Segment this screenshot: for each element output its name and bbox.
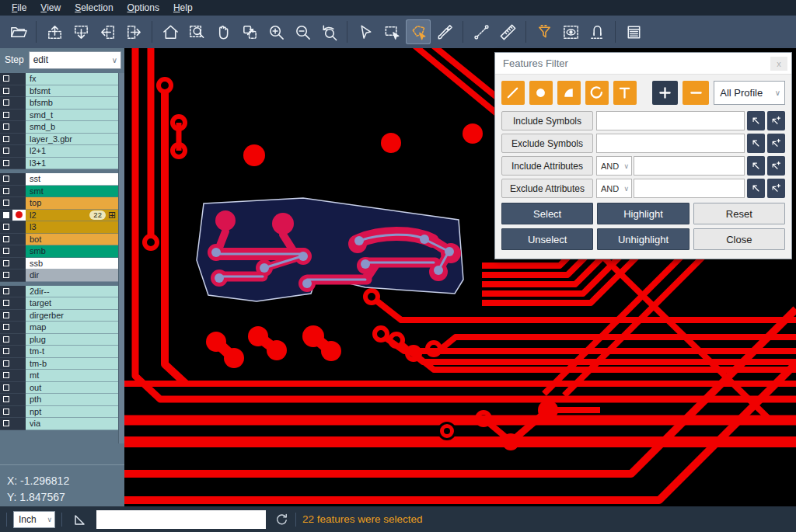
layer-active-cell[interactable] (12, 322, 26, 334)
measure-ruler-button[interactable] (495, 19, 520, 44)
layer-visibility-cell[interactable] (0, 406, 12, 419)
layer-checkbox[interactable] (3, 348, 9, 354)
layer-name-chip[interactable]: l3+1 (26, 158, 118, 170)
layer-active-cell[interactable] (12, 286, 26, 298)
layer-active-cell[interactable] (12, 346, 26, 358)
layer-name-chip[interactable]: dir (26, 269, 118, 282)
layer-checkbox[interactable] (3, 384, 9, 391)
layer-visibility-cell[interactable] (0, 258, 12, 270)
layer-visibility-cell[interactable] (0, 382, 12, 395)
pick-add-from-canvas-button[interactable] (767, 156, 785, 176)
layer-visibility-cell[interactable] (0, 346, 12, 358)
layer-active-cell[interactable] (12, 158, 26, 170)
layer-name-chip[interactable]: bfsmb (26, 97, 118, 110)
layer-checkbox[interactable] (3, 272, 9, 278)
layer-name-chip[interactable]: sst (26, 173, 118, 186)
layer-name-chip[interactable]: top (26, 197, 118, 210)
layer-checkbox[interactable] (3, 312, 9, 318)
highlight-button[interactable]: Highlight (597, 203, 689, 224)
layer-name-chip[interactable]: via (26, 418, 118, 430)
layer-checkbox[interactable] (3, 188, 9, 194)
layer-checkbox[interactable] (3, 160, 9, 166)
exclude-attributes-button[interactable]: Exclude Attributes (501, 179, 593, 198)
layer-visibility-cell[interactable] (0, 85, 12, 98)
layer-active-cell[interactable] (12, 210, 26, 222)
layer-name-chip[interactable]: tm-b (26, 358, 118, 370)
layer-active-cell[interactable] (12, 406, 26, 419)
layer-active-cell[interactable] (12, 382, 26, 395)
layer-visibility-cell[interactable] (0, 394, 12, 406)
layer-name-chip[interactable]: smd_t (26, 110, 118, 122)
layer-checkbox[interactable] (3, 409, 9, 415)
layer-checkbox[interactable] (3, 136, 9, 142)
menu-file[interactable]: File (5, 1, 33, 15)
layer-active-cell[interactable] (12, 334, 26, 346)
layer-visibility-cell[interactable] (0, 334, 12, 346)
pick-from-canvas-button[interactable] (747, 179, 765, 198)
select-polygon-button[interactable] (406, 19, 431, 44)
layer-name-chip[interactable]: plug (26, 334, 118, 346)
exclude-symbols-button[interactable]: Exclude Symbols (501, 134, 593, 153)
layer-visibility-cell[interactable] (0, 286, 12, 298)
layer-checkbox[interactable] (3, 324, 9, 330)
zoom-selection-button[interactable] (237, 19, 262, 44)
select-pointer-button[interactable] (353, 19, 378, 44)
layer-active-cell[interactable] (12, 358, 26, 370)
layer-visibility-cell[interactable] (0, 73, 12, 85)
layer-visibility-cell[interactable] (0, 134, 12, 146)
pick-add-from-canvas-button[interactable] (767, 111, 785, 130)
layer-active-cell[interactable] (12, 73, 26, 85)
layer-active-cell[interactable] (12, 394, 26, 406)
layer-visibility-cell[interactable] (0, 210, 12, 222)
layer-checkbox[interactable] (3, 99, 9, 106)
pick-add-from-canvas-button[interactable] (767, 179, 785, 198)
pick-from-canvas-button[interactable] (747, 111, 765, 130)
layer-checkbox[interactable] (3, 396, 9, 402)
layer-checkbox[interactable] (3, 288, 9, 294)
layer-name-chip[interactable]: tm-t (26, 346, 118, 358)
menu-selection[interactable]: Selection (68, 1, 120, 15)
layer-visibility-cell[interactable] (0, 121, 12, 134)
filter-value-input[interactable] (596, 111, 745, 130)
pan-hand-button[interactable] (211, 19, 236, 44)
feature-type-pad-button[interactable] (529, 81, 553, 105)
pick-from-canvas-button[interactable] (747, 156, 765, 176)
layer-name-chip[interactable]: mt (26, 370, 118, 382)
layer-checkbox[interactable] (3, 75, 9, 82)
layer-checkbox[interactable] (3, 212, 9, 218)
layer-name-chip[interactable]: smb (26, 245, 118, 258)
layer-visibility-cell[interactable] (0, 97, 12, 110)
layer-checkbox[interactable] (3, 248, 9, 254)
filter-value-input[interactable] (596, 134, 745, 153)
layer-visibility-cell[interactable] (0, 310, 12, 322)
layer-name-chip[interactable]: l222⊞ (26, 210, 118, 222)
feature-type-line-button[interactable] (501, 81, 525, 105)
unselect-button[interactable]: Unselect (501, 228, 593, 250)
layer-active-cell[interactable] (12, 145, 26, 158)
layer-name-chip[interactable]: fx (26, 73, 118, 85)
snap-button[interactable] (585, 19, 609, 44)
layer-active-cell[interactable] (12, 110, 26, 122)
include-attributes-button[interactable]: Include Attributes (501, 156, 593, 176)
layer-name-chip[interactable]: target (26, 297, 118, 310)
layer-name-chip[interactable]: 2dir-- (26, 286, 118, 298)
close-button[interactable]: Close (693, 228, 785, 250)
layer-checkbox[interactable] (3, 360, 9, 367)
layer-visibility-cell[interactable] (0, 186, 12, 198)
layer-checkbox[interactable] (3, 88, 9, 94)
layer-checkbox[interactable] (3, 336, 9, 342)
zoom-out-button[interactable] (290, 19, 315, 44)
layer-active-cell[interactable] (12, 173, 26, 186)
menu-help[interactable]: Help (166, 1, 200, 15)
layer-checkbox[interactable] (3, 112, 9, 118)
pan-left-button[interactable] (95, 19, 120, 44)
layer-active-cell[interactable] (12, 269, 26, 282)
layer-active-cell[interactable] (12, 234, 26, 246)
filter-value-input[interactable] (634, 179, 745, 198)
selection-region[interactable] (197, 198, 463, 301)
add-filter-button[interactable] (652, 81, 679, 105)
select-rect-button[interactable] (379, 19, 404, 44)
zoom-window-button[interactable] (184, 19, 209, 44)
feature-type-arc-button[interactable] (585, 81, 609, 105)
layer-name-chip[interactable]: l3 (26, 221, 118, 234)
